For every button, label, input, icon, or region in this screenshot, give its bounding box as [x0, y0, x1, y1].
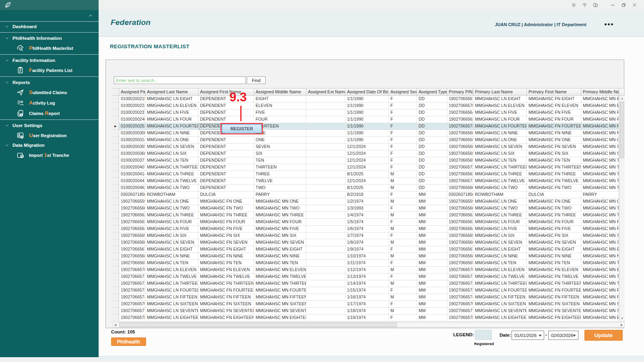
table-cell: MMGHAHSC LN FIVE — [145, 226, 198, 232]
sidebar-collapse-button[interactable] — [0, 10, 99, 22]
table-cell: MMGHAHSC FN TWELVE — [527, 274, 581, 280]
table-cell: MMGHAHSC LN TWELVE — [473, 178, 527, 185]
sidebar-item-philhealth-masterlist[interactable]: PhilHealth Masterlist — [0, 43, 99, 53]
vertical-scrollbar[interactable]: ▲ ▼ — [619, 96, 625, 321]
column-header-assigned-sex[interactable]: Assigned Sex — [389, 88, 417, 96]
table-cell: MMGHAHSC MN TWO — [581, 205, 619, 212]
sidebar-section-reports[interactable]: Reports — [0, 78, 99, 87]
sidebar-item-user-registration[interactable]: User Registration — [0, 130, 99, 140]
date-to-select[interactable]: 02/03/2026 — [548, 331, 578, 340]
find-button[interactable]: Find — [247, 76, 266, 84]
table-row[interactable]: 010002003592MMGHAHSC LN SEVENDEPENDENTSE… — [112, 144, 625, 150]
column-header-assigned-date-of-birth[interactable]: Assigned Date Of Birth — [345, 88, 389, 96]
table-row[interactable]: 010002003770MMGHAHSC LN TENDEPENDENTTEN1… — [112, 157, 625, 164]
table-row[interactable]: 190270665717MMGHAHSC LN TWELVEMMGHAHSC F… — [112, 274, 625, 280]
column-header-assigned-type[interactable]: Assigned Type — [417, 88, 447, 96]
column-header-primary-pin[interactable]: Primary PIN — [447, 88, 473, 96]
sidebar-item-claims-report[interactable]: Claims Report — [0, 108, 99, 118]
table-cell: MMGHAHSC LN TWELVE — [145, 274, 198, 280]
table-row[interactable]: 190270665636MMGHAHSC LN FOURMMGHAHSC FN … — [112, 219, 625, 226]
table-row[interactable]: 010002004416MMGHAHSC LN TWELVEDEPENDENTT… — [112, 178, 625, 185]
column-header-assigned-pin[interactable]: Assigned Pin — [119, 88, 145, 96]
scroll-up-arrow-icon[interactable]: ▲ — [619, 96, 625, 101]
table-cell: MMGHAHSC FN TWO — [198, 205, 254, 212]
sidebar-item-facility-patients-list[interactable]: Facility Patients List — [0, 65, 99, 75]
column-header-primary-first-name[interactable]: Primary First Name — [527, 88, 581, 96]
sidebar-item-label-accent: U — [29, 132, 33, 138]
table-cell: 1/6/1974 — [345, 226, 389, 232]
table-row[interactable]: 190270665687MMGHAHSC LN NINEMMGHAHSC FN … — [112, 253, 625, 260]
column-header-assigned-ext-name[interactable]: Assigned Ext Name — [306, 88, 345, 96]
update-button[interactable]: Update — [584, 330, 623, 341]
table-row[interactable]: 010002002480MMGHAHSC LN FOURDEPENDENTFOU… — [112, 116, 625, 123]
close-icon[interactable] — [631, 2, 638, 8]
table-cell: DEPENDENT — [198, 116, 254, 123]
table-row[interactable]: 190270665741MMGHAHSC LN FIFTEENMMGHAHSC … — [112, 294, 625, 301]
table-row[interactable]: 010002004149MMGHAHSC LN THREEDEPENDENTTH… — [112, 171, 625, 178]
table-row[interactable]: 010002004629MMGHAHSC LN TWODEPENDENTTWO8… — [112, 185, 625, 191]
table-row[interactable]: 030260718564ROWBOTHAMDULCIAPARRY8/2/1918… — [112, 191, 625, 198]
table-row[interactable]: 190270665733MMGHAHSC LN FOURTEENMMGHAHSC… — [112, 287, 625, 294]
table-cell: 190270665636 — [119, 219, 145, 226]
table-row[interactable]: 190270665652MMGHAHSC LN SIXMMGHAHSC FN S… — [112, 232, 625, 239]
column-header-assigned-middle-name[interactable]: Assigned Middle Name — [254, 88, 306, 96]
column-header-assigned-last-name[interactable]: Assigned Last Name — [145, 88, 198, 96]
settings-icon[interactable] — [570, 2, 577, 8]
scroll-right-arrow-icon[interactable]: ▶ — [619, 323, 624, 327]
table-row[interactable]: 190270665598MMGHAHSC LN ONEMMGHAHSC FN O… — [112, 198, 625, 205]
wifi-icon[interactable] — [581, 2, 588, 8]
ellipsis-menu-button[interactable] — [605, 23, 613, 25]
search-input[interactable] — [114, 76, 246, 84]
table-row[interactable]: 010002002154MMGHAHSC LN EIGHTDEPENDENTEI… — [112, 96, 625, 103]
table-cell: MMGHAHSC MN FOURTEEN — [254, 287, 306, 294]
philhealth-button[interactable]: Philhealth — [111, 337, 146, 346]
table-row[interactable]: 010002003606MMGHAHSC LN SIXDEPENDENTSIX1… — [112, 150, 625, 157]
table-row[interactable]: 010002002243MMGHAHSC LN ELEVENDEPENDENTE… — [112, 103, 625, 109]
column-header-primary-last-name[interactable]: Primary Last Name — [473, 88, 527, 96]
table-cell: MMGHAHSC MN TEN — [254, 260, 306, 267]
register-button[interactable]: REGISTER — [222, 124, 262, 133]
table-row[interactable]: 190270665644MMGHAHSC LN FIVEMMGHAHSC FN … — [112, 226, 625, 232]
table-row[interactable]: 190270665776MMGHAHSC LN SEVENTEENMMGHAHS… — [112, 308, 625, 315]
table-row[interactable]: 190270665768MMGHAHSC LN SIXTEENMMGHAHSC … — [112, 301, 625, 308]
sidebar-section-user-settings[interactable]: User Settings — [0, 121, 99, 130]
restore-icon[interactable] — [620, 2, 627, 8]
table-cell: MMGHAHSC FN TWO — [527, 185, 581, 191]
table-row[interactable]: 190270665709MMGHAHSC LN ELEVENMMGHAHSC F… — [112, 267, 625, 274]
table-cell: MMGHAHSC FN SEVEN — [527, 144, 581, 150]
table-row[interactable]: 190270665660MMGHAHSC LN SEVENMMGHAHSC FN… — [112, 239, 625, 246]
table-row[interactable]: 190270665725MMGHAHSC LN THIRTEENMMGHAHSC… — [112, 280, 625, 287]
table-row[interactable]: 190270665695MMGHAHSC LN TENMMGHAHSC FN T… — [112, 260, 625, 267]
table-row[interactable]: 190270665601MMGHAHSC LN TWOMMGHAHSC FN T… — [112, 205, 625, 212]
minimize-icon[interactable] — [609, 2, 616, 8]
column-header-primary-middle-name[interactable]: Primary Middle Name — [581, 88, 619, 96]
sidebar-section-facility-information[interactable]: Facility Information — [0, 56, 99, 65]
sidebar-item-import-1st-tranche[interactable]: Import 1st Tranche — [0, 150, 99, 160]
table-cell: PARRY — [581, 191, 619, 198]
table-row[interactable]: 010002003142MMGHAHSC LN ONEDEPENDENTONE1… — [112, 137, 625, 144]
table-row[interactable]: 010002003002MMGHAHSC LN NINEDEPENDENTNIN… — [112, 130, 625, 137]
date-from-select[interactable]: 01/01/2026 — [512, 331, 544, 340]
table-row[interactable]: 190270665679MMGHAHSC LN EIGHTMMGHAHSC FN… — [112, 246, 625, 253]
scroll-left-arrow-icon[interactable]: ◀ — [113, 323, 118, 327]
table-row[interactable]: 190270665784MMGHAHSC LN EIGHTEENMMGHAHSC… — [112, 315, 625, 321]
horizontal-scrollbar[interactable]: ◀ ▶ — [112, 322, 625, 327]
horizontal-scrollbar-thumb[interactable] — [119, 323, 397, 327]
sidebar-item-activity-log[interactable]: Activity Log — [0, 97, 99, 108]
table-row-selected[interactable]: ▶010002002529MMGHAHSC LN FOURTEENDEPENDE… — [112, 123, 625, 130]
vertical-scrollbar-thumb[interactable] — [620, 102, 624, 158]
table-row[interactable]: 010002002375MMGHAHSC LN FIVEDEPENDENTFIV… — [112, 109, 625, 116]
sidebar-section-philhealth-information[interactable]: PhilHealth Information — [0, 33, 99, 43]
scroll-down-arrow-icon[interactable]: ▼ — [619, 316, 625, 321]
sidebar-section-dashboard[interactable]: Dashboard — [0, 22, 99, 31]
table-row[interactable]: 190270665628MMGHAHSC LN THREEMMGHAHSC FN… — [112, 212, 625, 219]
table-header-row: Assigned PinAssigned Last NameAssigned F… — [112, 88, 625, 96]
sidebar-section-data-migration[interactable]: Data Migration — [0, 140, 99, 150]
table-row[interactable]: 010002004076MMGHAHSC LN THIRTEENDEPENDEN… — [112, 164, 625, 171]
import-tranche-icon — [16, 151, 25, 159]
table-cell: 010002002480 — [119, 116, 145, 123]
sidebar-item-submitted-claims[interactable]: Submitted Claims — [0, 87, 99, 97]
devices-icon[interactable] — [592, 2, 599, 8]
date-from-value: 01/01/2026 — [514, 333, 537, 338]
table-cell: F — [389, 301, 417, 308]
